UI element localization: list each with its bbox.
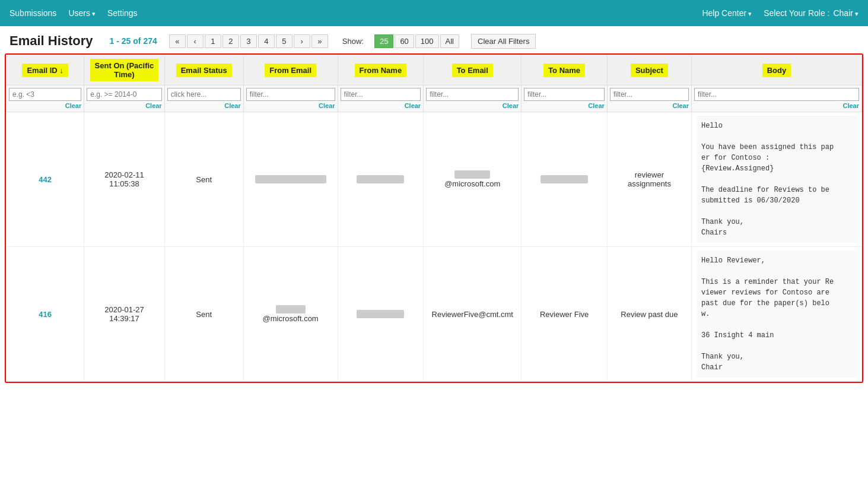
filter-clear-email-status[interactable]: Clear xyxy=(167,102,241,109)
blurred-to-name xyxy=(540,175,588,183)
cell-to-name: Reviewer Five xyxy=(522,247,608,382)
filter-input-subject[interactable] xyxy=(610,88,689,101)
show-60[interactable]: 60 xyxy=(395,34,414,48)
col-header-from-email[interactable]: From Email xyxy=(243,55,338,85)
show-100[interactable]: 100 xyxy=(415,34,439,48)
body-text-row2: Hello Reviewer,This is a reminder that y… xyxy=(697,251,857,378)
col-label-email-status: Email Status xyxy=(176,64,232,77)
filter-clear-to-email[interactable]: Clear xyxy=(426,102,519,109)
col-header-body[interactable]: Body xyxy=(691,55,861,85)
page-last[interactable]: » xyxy=(311,34,328,48)
show-label: Show: xyxy=(342,37,364,46)
filter-input-body[interactable] xyxy=(694,88,859,101)
settings-nav[interactable]: Settings xyxy=(107,8,138,18)
cell-from-email xyxy=(243,112,338,247)
filter-clear-body[interactable]: Clear xyxy=(694,102,859,109)
email-history-table: Email ID ↓ Sent On (PacificTime) Email S… xyxy=(6,55,862,382)
show-all[interactable]: All xyxy=(440,34,459,48)
show-controls: 25 60 100 All xyxy=(374,34,459,48)
cell-body: HelloYou have been assigned this paper f… xyxy=(691,112,861,247)
filter-clear-from-email[interactable]: Clear xyxy=(246,102,335,109)
cell-body: Hello Reviewer,This is a reminder that y… xyxy=(691,247,861,382)
col-label-subject: Subject xyxy=(631,64,668,77)
filter-sent-on: Clear xyxy=(84,85,164,112)
page-5[interactable]: 5 xyxy=(276,34,292,48)
table-row: 416 2020-01-2714:39:17 Sent @microsoft.c… xyxy=(7,247,862,382)
submissions-nav[interactable]: Submissions xyxy=(9,8,56,18)
filter-input-from-name[interactable] xyxy=(341,88,421,101)
cell-sent-on: 2020-01-2714:39:17 xyxy=(84,247,164,382)
users-nav[interactable]: Users xyxy=(68,8,96,18)
filter-from-email: Clear xyxy=(243,85,338,112)
table-filter-row: Clear Clear Clear Clear Clear xyxy=(7,85,862,112)
cell-sent-on: 2020-02-1111:05:38 xyxy=(84,112,164,247)
cell-subject: Review past due xyxy=(607,247,691,382)
body-text: HelloYou have been assigned this paper f… xyxy=(697,116,857,243)
col-header-to-email[interactable]: To Email xyxy=(424,55,522,85)
blurred-from-name-row2 xyxy=(357,310,404,318)
cell-to-email: @microsoft.com xyxy=(424,112,522,247)
cell-subject: reviewerassignments xyxy=(607,112,691,247)
select-role-label: Select Your Role : xyxy=(764,8,829,18)
help-center-nav[interactable]: Help Center xyxy=(702,8,752,18)
filter-email-status: Clear xyxy=(164,85,243,112)
filter-input-to-email[interactable] xyxy=(426,88,519,101)
col-label-to-email: To Email xyxy=(452,64,493,77)
cell-email-status: Sent xyxy=(164,112,243,247)
table-container: Email ID ↓ Sent On (PacificTime) Email S… xyxy=(5,53,863,383)
filter-clear-email-id[interactable]: Clear xyxy=(9,102,81,109)
cell-email-id[interactable]: 416 xyxy=(7,247,84,382)
page-2[interactable]: 2 xyxy=(222,34,239,48)
page-1[interactable]: 1 xyxy=(205,34,221,48)
filter-to-email: Clear xyxy=(424,85,522,112)
page-title: Email History xyxy=(9,33,93,49)
filter-input-sent-on[interactable] xyxy=(87,88,161,101)
col-label-email-id: Email ID ↓ xyxy=(22,64,68,77)
cell-from-name xyxy=(338,247,424,382)
filter-to-name: Clear xyxy=(522,85,608,112)
col-label-from-name: From Name xyxy=(355,64,407,77)
clear-filters-button[interactable]: Clear All Filters xyxy=(471,34,536,49)
filter-clear-from-name[interactable]: Clear xyxy=(341,102,421,109)
col-header-email-status[interactable]: Email Status xyxy=(164,55,243,85)
cell-from-name xyxy=(338,112,424,247)
col-label-to-name: To Name xyxy=(543,64,585,77)
page-first[interactable]: « xyxy=(169,34,186,48)
filter-body: Clear xyxy=(691,85,861,112)
cell-email-id[interactable]: 442 xyxy=(7,112,84,247)
col-header-email-id[interactable]: Email ID ↓ xyxy=(7,55,84,85)
cell-from-email: @microsoft.com xyxy=(243,247,338,382)
filter-input-email-status[interactable] xyxy=(167,88,241,101)
col-header-from-name[interactable]: From Name xyxy=(338,55,424,85)
pagination-info: 1 - 25 of 274 xyxy=(110,36,157,46)
cell-email-status: Sent xyxy=(164,247,243,382)
show-25[interactable]: 25 xyxy=(374,34,393,48)
page-next[interactable]: › xyxy=(294,34,310,48)
pagination-controls: « ‹ 1 2 3 4 5 › » xyxy=(169,34,328,48)
cell-to-email: ReviewerFive@cmt.cmt xyxy=(424,247,522,382)
page-4[interactable]: 4 xyxy=(258,34,275,48)
filter-clear-to-name[interactable]: Clear xyxy=(524,102,605,109)
page-3[interactable]: 3 xyxy=(240,34,257,48)
table-row: 442 2020-02-1111:05:38 Sent @microsoft.c… xyxy=(7,112,862,247)
filter-subject: Clear xyxy=(607,85,691,112)
filter-input-email-id[interactable] xyxy=(9,88,81,101)
filter-input-to-name[interactable] xyxy=(524,88,605,101)
col-label-from-email: From Email xyxy=(265,64,316,77)
filter-clear-sent-on[interactable]: Clear xyxy=(87,102,161,109)
col-header-sent-on[interactable]: Sent On (PacificTime) xyxy=(84,55,164,85)
blurred-from-name xyxy=(357,175,404,183)
blurred-from-email xyxy=(255,175,326,183)
col-label-body: Body xyxy=(762,64,791,77)
col-header-to-name[interactable]: To Name xyxy=(522,55,608,85)
page-prev[interactable]: ‹ xyxy=(187,34,204,48)
navbar: Submissions Users Settings Help Center S… xyxy=(0,0,868,26)
col-header-subject[interactable]: Subject xyxy=(607,55,691,85)
role-button[interactable]: Chair xyxy=(833,8,859,18)
table-body: 442 2020-02-1111:05:38 Sent @microsoft.c… xyxy=(7,112,862,382)
from-email-row2: @microsoft.com xyxy=(263,305,319,323)
col-label-sent-on: Sent On (PacificTime) xyxy=(90,59,159,81)
page-header: Email History 1 - 25 of 274 « ‹ 1 2 3 4 … xyxy=(0,26,868,53)
filter-input-from-email[interactable] xyxy=(246,88,335,101)
filter-clear-subject[interactable]: Clear xyxy=(610,102,689,109)
